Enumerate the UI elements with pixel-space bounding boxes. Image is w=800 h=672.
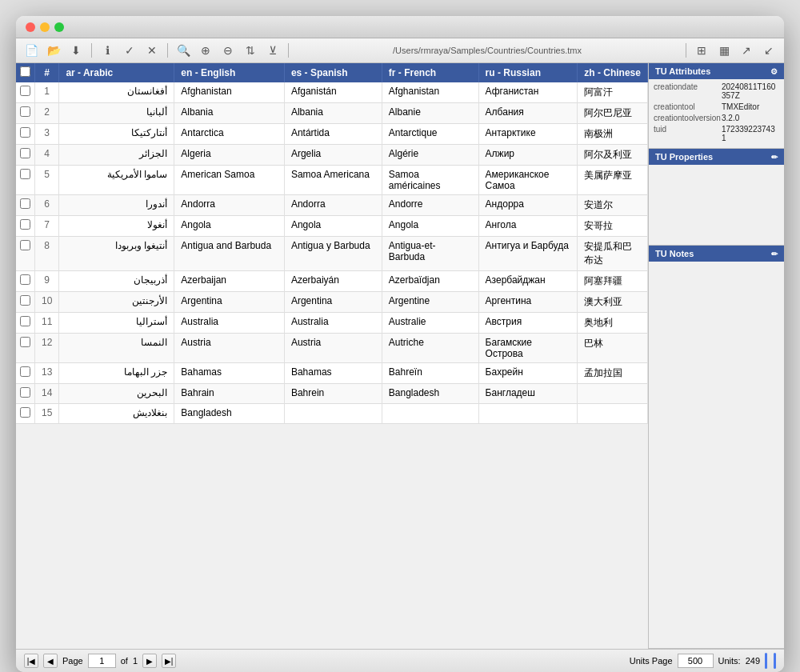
row-check-cell[interactable]: [16, 166, 35, 195]
attr-key: creationdate: [654, 82, 722, 100]
select-all-checkbox[interactable]: [20, 66, 30, 77]
row-num-cell: 14: [35, 384, 59, 404]
row-ru-cell: Аргентина: [478, 292, 578, 313]
first-page-button[interactable]: |◀: [24, 654, 38, 668]
row-zh-cell: 阿富汗: [578, 82, 648, 103]
row-checkbox[interactable]: [20, 240, 30, 250]
row-check-cell[interactable]: [16, 271, 35, 292]
attr-value: 1723392237431: [722, 125, 779, 142]
data-table: # ar - Arabic en - English es - Spanish …: [16, 63, 648, 424]
row-ar-cell: ألبانيا: [59, 103, 174, 124]
page-label: Page: [62, 656, 83, 666]
row-check-cell[interactable]: [16, 237, 35, 271]
row-check-cell[interactable]: [16, 313, 35, 334]
minus-icon[interactable]: ⊖: [219, 42, 237, 59]
row-ar-cell: أنغولا: [59, 216, 174, 237]
page-input[interactable]: [88, 654, 116, 668]
grid-icon[interactable]: ⊞: [693, 42, 710, 59]
row-check-cell[interactable]: [16, 145, 35, 166]
import-icon[interactable]: ↙: [760, 42, 778, 59]
export-icon[interactable]: ↗: [738, 42, 755, 59]
row-ru-cell: [478, 404, 578, 424]
filter-icon[interactable]: ⊻: [264, 42, 282, 59]
row-check-cell[interactable]: [16, 404, 35, 424]
row-es-cell: Australia: [284, 313, 382, 334]
minimize-button[interactable]: [40, 22, 50, 32]
last-page-button[interactable]: ▶|: [162, 654, 176, 668]
row-zh-cell: 孟加拉国: [578, 363, 648, 384]
col-header-check[interactable]: [16, 63, 35, 82]
info-icon[interactable]: ℹ: [98, 42, 116, 59]
row-en-cell: Argentina: [174, 292, 285, 313]
row-fr-cell: Samoa américaines: [382, 166, 478, 195]
row-checkbox[interactable]: [20, 148, 30, 158]
row-en-cell: Bahamas: [174, 363, 285, 384]
row-en-cell: Bangladesh: [174, 404, 285, 424]
table-row: 5 ساموا الأمريكية American Samoa Samoa A…: [16, 166, 648, 195]
row-checkbox[interactable]: [20, 198, 30, 209]
row-check-cell[interactable]: [16, 124, 35, 145]
row-fr-cell: Australie: [382, 313, 478, 334]
row-en-cell: Albania: [174, 103, 285, 124]
next-page-button[interactable]: ▶: [142, 654, 157, 668]
close-icon[interactable]: ✕: [143, 42, 161, 59]
attr-key: creationtool: [654, 102, 722, 111]
row-ar-cell: الجزائر: [59, 145, 174, 166]
units-page-input[interactable]: [678, 654, 714, 668]
row-check-cell[interactable]: [16, 292, 35, 313]
save-icon[interactable]: ⬇: [67, 42, 85, 59]
close-button[interactable]: [26, 22, 35, 32]
row-checkbox[interactable]: [20, 295, 30, 306]
row-check-cell[interactable]: [16, 82, 35, 103]
separator2: [167, 43, 168, 58]
tu-notes-content: [649, 262, 784, 358]
add-icon[interactable]: ⊕: [197, 42, 214, 59]
row-check-cell[interactable]: [16, 363, 35, 384]
check-icon[interactable]: ✓: [121, 42, 138, 59]
row-checkbox[interactable]: [20, 387, 30, 398]
row-checkbox[interactable]: [20, 219, 30, 230]
row-ar-cell: النمسا: [59, 334, 174, 363]
separator3: [288, 43, 289, 58]
row-check-cell[interactable]: [16, 103, 35, 124]
row-ru-cell: Алжир: [478, 145, 578, 166]
prev-page-button[interactable]: ◀: [43, 654, 58, 668]
row-es-cell: Albania: [284, 103, 382, 124]
row-check-cell[interactable]: [16, 216, 35, 237]
row-ru-cell: Бахрейн: [478, 363, 578, 384]
tu-properties-edit-icon[interactable]: ✏: [771, 153, 778, 162]
attr-value: 20240811T160357Z: [722, 82, 779, 100]
row-checkbox[interactable]: [20, 366, 30, 377]
row-en-cell: Afghanistan: [174, 82, 285, 103]
row-check-cell[interactable]: [16, 195, 35, 216]
row-checkbox[interactable]: [20, 169, 30, 179]
search-icon[interactable]: 🔍: [174, 42, 192, 59]
row-checkbox[interactable]: [20, 86, 30, 96]
col-header-ar: ar - Arabic: [59, 63, 174, 82]
row-zh-cell: 巴林: [578, 334, 648, 363]
row-checkbox[interactable]: [20, 407, 30, 418]
sort-icon[interactable]: ⇅: [242, 42, 259, 59]
row-num-cell: 12: [35, 334, 59, 363]
row-en-cell: Azerbaijan: [174, 271, 285, 292]
row-fr-cell: Andorre: [382, 195, 478, 216]
new-icon[interactable]: 📄: [22, 42, 40, 59]
table-icon[interactable]: ▦: [715, 42, 733, 59]
tu-notes-edit-icon[interactable]: ✏: [771, 250, 778, 258]
maximize-button[interactable]: [54, 22, 64, 32]
row-checkbox[interactable]: [20, 337, 30, 347]
row-checkbox[interactable]: [20, 106, 30, 117]
row-num-cell: 7: [35, 216, 59, 237]
row-checkbox[interactable]: [20, 316, 30, 326]
row-checkbox[interactable]: [20, 274, 30, 285]
table-row: 8 أنتيغوا وبربودا Antigua and Barbuda An…: [16, 237, 648, 271]
tu-attributes-settings-icon[interactable]: ⚙: [770, 67, 778, 76]
row-ru-cell: Американское Самоа: [478, 166, 578, 195]
open-icon[interactable]: 📂: [45, 42, 62, 59]
row-check-cell[interactable]: [16, 384, 35, 404]
units-page-label: Units Page: [630, 656, 673, 666]
row-check-cell[interactable]: [16, 334, 35, 363]
row-fr-cell: Autriche: [382, 334, 478, 363]
total-pages: 1: [133, 656, 138, 666]
row-checkbox[interactable]: [20, 127, 30, 138]
